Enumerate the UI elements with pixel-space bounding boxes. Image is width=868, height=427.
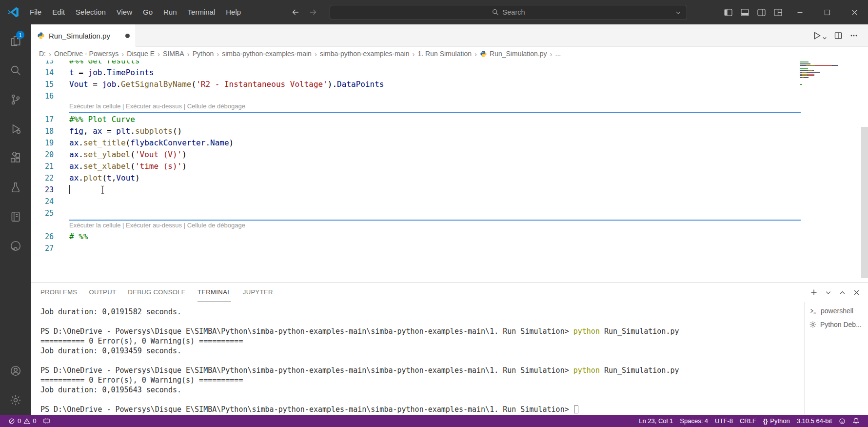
line-number[interactable]: 14	[31, 67, 54, 79]
editor[interactable]: 13#%% Get results14t = job.TimePoints15V…	[31, 61, 868, 282]
code-line[interactable]: 21ax.set_xlabel('time (s)')	[31, 161, 868, 172]
cursor-position-status[interactable]: Ln 23, Col 1	[635, 415, 676, 427]
menu-selection[interactable]: Selection	[70, 5, 111, 20]
code-line[interactable]: 19ax.set_title(flybackConverter.Name)	[31, 137, 868, 149]
line-number[interactable]: 27	[31, 243, 54, 254]
line-number[interactable]: 23	[31, 184, 54, 196]
breadcrumb-item[interactable]: Run_Simulation.py	[478, 50, 549, 58]
run-above-link[interactable]: Exécuter au-dessus	[126, 222, 182, 229]
code-line[interactable]: 14t = job.TimePoints	[31, 67, 868, 79]
indentation-status[interactable]: Spaces: 4	[676, 415, 711, 427]
panel-tab-problems[interactable]: PROBLEMS	[40, 283, 77, 302]
breadcrumb-item[interactable]: OneDrive - Powersys	[53, 50, 120, 58]
code-line[interactable]: 18fig, ax = plt.subplots()	[31, 125, 868, 137]
minimap[interactable]	[800, 61, 839, 87]
breadcrumb-item[interactable]: Python	[191, 50, 216, 58]
code-line[interactable]: 25	[31, 207, 868, 219]
menu-help[interactable]: Help	[220, 5, 246, 20]
breadcrumb-item[interactable]: Disque E	[125, 50, 156, 58]
line-number[interactable]: 18	[31, 125, 54, 137]
debug-status-icon[interactable]	[39, 415, 54, 427]
toggle-panel-icon[interactable]	[736, 0, 753, 24]
code-line[interactable]: 16	[31, 90, 868, 102]
nav-forward-icon[interactable]	[309, 8, 317, 17]
debug-cell-link[interactable]: Cellule de débogage	[187, 222, 245, 229]
line-number[interactable]: 20	[31, 149, 54, 161]
testing-icon[interactable]	[0, 173, 31, 202]
toggle-secondary-sidebar-icon[interactable]	[753, 0, 769, 24]
run-python-file-button[interactable]	[812, 31, 827, 41]
code-line[interactable]: 13#%% Get results	[31, 61, 868, 67]
editor-scrollbar[interactable]	[861, 127, 868, 278]
line-number[interactable]: 17	[31, 114, 54, 125]
breadcrumb-item[interactable]: SIMBA	[161, 50, 186, 58]
menu-run[interactable]: Run	[158, 5, 182, 20]
split-editor-icon[interactable]	[834, 31, 843, 40]
code-line[interactable]: 26# %%	[31, 231, 868, 243]
terminal-dropdown-icon[interactable]	[825, 289, 832, 296]
code-line[interactable]: 22ax.plot(t,Vout)	[31, 172, 868, 184]
code-line[interactable]: 24	[31, 196, 868, 207]
line-number[interactable]: 13	[31, 61, 54, 67]
notebook-icon[interactable]	[0, 202, 31, 231]
panel-tab-terminal[interactable]: TERMINAL	[197, 283, 231, 302]
encoding-status[interactable]: UTF-8	[711, 415, 736, 427]
close-button[interactable]	[841, 0, 868, 24]
chevron-down-icon[interactable]	[675, 9, 682, 16]
source-control-icon[interactable]	[0, 85, 31, 114]
line-number[interactable]: 19	[31, 137, 54, 149]
run-cell-link[interactable]: Exécuter la cellule	[69, 102, 121, 110]
breadcrumb-item[interactable]: simba-python-examples-main	[220, 50, 313, 58]
explorer-icon[interactable]: 1	[0, 26, 31, 56]
line-number[interactable]: 21	[31, 161, 54, 172]
code-line[interactable]: 17#%% Plot Curve	[31, 114, 868, 125]
maximize-panel-icon[interactable]	[839, 289, 846, 296]
maximize-button[interactable]	[813, 0, 841, 24]
language-mode-status[interactable]: {} Python	[760, 415, 793, 427]
breadcrumb-item[interactable]: D:	[38, 50, 47, 58]
panel-tab-output[interactable]: OUTPUT	[89, 283, 116, 302]
terminal-output[interactable]: Job duration: 0,0191582 seconds. PS D:\O…	[31, 302, 804, 415]
breadcrumb-item[interactable]: simba-python-examples-main	[318, 50, 411, 58]
panel-tab-jupyter[interactable]: JUPYTER	[243, 283, 273, 302]
customize-layout-icon[interactable]	[769, 0, 786, 24]
breadcrumb-item[interactable]: 1. Run Simulation	[416, 50, 473, 58]
menu-view[interactable]: View	[111, 5, 138, 20]
settings-gear-icon[interactable]	[0, 386, 31, 415]
feedback-icon[interactable]	[835, 415, 849, 427]
tab-modified-dot[interactable]	[125, 34, 130, 38]
more-actions-icon[interactable]	[849, 31, 858, 40]
extensions-icon[interactable]	[0, 143, 31, 173]
run-above-link[interactable]: Exécuter au-dessus	[126, 102, 182, 110]
run-cell-link[interactable]: Exécuter la cellule	[69, 222, 121, 229]
new-terminal-icon[interactable]	[810, 288, 818, 296]
minimize-button[interactable]	[786, 0, 813, 24]
terminal-instance-powershell[interactable]: powershell	[805, 304, 868, 318]
line-number[interactable]: 22	[31, 172, 54, 184]
code-line[interactable]: 15Vout = job.GetSignalByName('R2 - Insta…	[31, 79, 868, 90]
eol-status[interactable]: CRLF	[736, 415, 760, 427]
panel-tab-debug-console[interactable]: DEBUG CONSOLE	[128, 283, 186, 302]
code-line[interactable]: 20ax.set_ylabel('Vout (V)')	[31, 149, 868, 161]
toggle-sidebar-icon[interactable]	[720, 0, 736, 24]
nav-back-icon[interactable]	[291, 8, 300, 17]
python-interpreter-status[interactable]: 3.10.5 64-bit	[793, 415, 835, 427]
menu-edit[interactable]: Edit	[47, 5, 70, 20]
menu-file[interactable]: File	[24, 5, 47, 20]
accounts-icon[interactable]	[0, 356, 31, 386]
command-center-search[interactable]: Search	[330, 5, 687, 20]
line-number[interactable]: 24	[31, 196, 54, 207]
line-number[interactable]: 26	[31, 231, 54, 243]
search-sidebar-icon[interactable]	[0, 56, 31, 85]
menu-go[interactable]: Go	[138, 5, 158, 20]
line-number[interactable]: 15	[31, 79, 54, 90]
close-panel-icon[interactable]	[853, 289, 860, 296]
tab-run-simulation[interactable]: Run_Simulation.py	[31, 24, 136, 47]
line-number[interactable]: 16	[31, 90, 54, 102]
terminal-instance-python-debug[interactable]: Python Deb...	[805, 318, 868, 331]
github-icon[interactable]	[0, 231, 31, 261]
code-line[interactable]: 27	[31, 243, 868, 254]
debug-cell-link[interactable]: Cellule de débogage	[187, 102, 245, 110]
notifications-bell-icon[interactable]	[849, 415, 863, 427]
line-number[interactable]: 25	[31, 207, 54, 219]
